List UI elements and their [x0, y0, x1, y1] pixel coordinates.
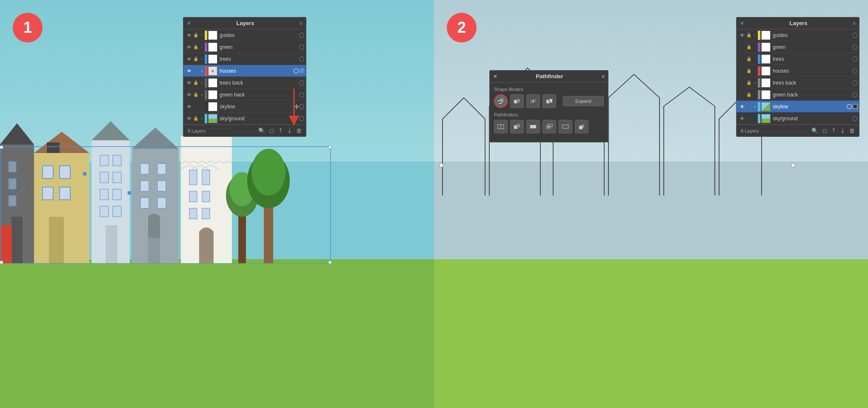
lock-icon-guides[interactable]: 🔒: [193, 32, 199, 38]
r-expand-trees[interactable]: [752, 56, 758, 62]
r-expand-sky-ground[interactable]: [752, 116, 758, 122]
target-trees[interactable]: [299, 57, 304, 62]
eye-icon-houses[interactable]: 👁: [185, 67, 193, 75]
layer-green[interactable]: 👁 🔒 › green: [183, 41, 306, 53]
r-eye-green[interactable]: [738, 43, 746, 51]
expand-houses[interactable]: ›: [199, 68, 205, 74]
delete-icon-left[interactable]: 🗑: [296, 128, 302, 134]
r-lock-guides[interactable]: 🔒: [746, 32, 752, 38]
layer-trees[interactable]: 👁 🔒 › trees: [183, 53, 306, 65]
r-lock-trees-back[interactable]: 🔒: [746, 80, 752, 86]
r-eye-trees-back[interactable]: [738, 79, 746, 87]
r-expand-green-back[interactable]: [752, 92, 758, 98]
layers-panel-left[interactable]: ✕ Layers ≡ 👁 🔒 › guides 👁 🔒 › green 👁 🔒: [183, 17, 306, 137]
eye-icon-sky-ground[interactable]: 👁: [185, 115, 193, 122]
new-layer-icon-left[interactable]: ◻: [269, 128, 274, 134]
layer-trees-back[interactable]: 👁 🔒 › trees back: [183, 77, 306, 89]
r-lock-sky-ground[interactable]: [746, 116, 752, 122]
r-eye-skyline[interactable]: 👁: [738, 103, 746, 110]
layers-menu-left[interactable]: ≡: [300, 20, 303, 26]
drag-target-skyline[interactable]: ✛: [294, 101, 299, 113]
r-lock-trees[interactable]: 🔒: [746, 56, 752, 62]
r-target-skyline[interactable]: [847, 104, 852, 109]
target-green-back[interactable]: [299, 92, 304, 97]
r-target-houses[interactable]: [852, 68, 857, 74]
new-layer-icon-right[interactable]: ◻: [822, 128, 827, 134]
layer-houses[interactable]: 👁 › ▦ houses: [183, 65, 306, 77]
layers-panel-right[interactable]: ✕ Layers ≡ 👁 🔒 › guides 🔒 green 🔒: [736, 17, 859, 137]
move-down-icon-right[interactable]: ⤓: [840, 128, 845, 134]
eye-icon-trees-back[interactable]: 👁: [185, 79, 193, 87]
eye-icon-green-back[interactable]: 👁: [185, 91, 193, 99]
expand-green[interactable]: ›: [199, 44, 205, 50]
expand-sky-ground[interactable]: ›: [199, 116, 205, 122]
move-up-icon-right[interactable]: ⤒: [831, 128, 836, 134]
layers-menu-right[interactable]: ≡: [853, 20, 856, 26]
eye-icon-trees[interactable]: 👁: [185, 55, 193, 63]
search-icon-left[interactable]: 🔍: [258, 128, 265, 134]
r-layer-houses[interactable]: 🔒 houses: [737, 65, 859, 77]
r-eye-green-back[interactable]: [738, 91, 746, 99]
lock-icon-green-back[interactable]: 🔒: [193, 92, 199, 98]
r-expand-skyline[interactable]: ›: [752, 104, 758, 110]
unite-button[interactable]: [494, 94, 508, 108]
close-pathfinder[interactable]: ✕: [493, 74, 497, 79]
move-up-icon[interactable]: ⤒: [278, 128, 283, 134]
trim-button[interactable]: [510, 120, 524, 133]
exclude-button[interactable]: [542, 94, 556, 108]
expand-guides[interactable]: ›: [199, 32, 205, 38]
r-layer-green-back[interactable]: 🔒 green back: [737, 89, 859, 101]
target-sky-ground[interactable]: [299, 116, 304, 121]
r-expand-green[interactable]: [752, 44, 758, 50]
r-layer-trees[interactable]: 🔒 trees: [737, 53, 859, 65]
lock-icon-houses[interactable]: [193, 68, 199, 74]
expand-button[interactable]: Expand: [563, 96, 604, 106]
eye-icon-skyline[interactable]: 👁: [185, 103, 193, 110]
intersect-button[interactable]: [526, 94, 540, 108]
r-lock-houses[interactable]: 🔒: [746, 68, 752, 74]
r-target-green-back[interactable]: [852, 92, 857, 97]
r-expand-trees-back[interactable]: ›: [752, 80, 758, 86]
r-layer-green[interactable]: 🔒 green: [737, 41, 859, 53]
target-skyline[interactable]: [299, 104, 304, 109]
r-layer-trees-back[interactable]: 🔒 › trees back: [737, 77, 859, 89]
pathfinder-menu[interactable]: ≡: [602, 74, 605, 79]
expand-trees[interactable]: ›: [199, 56, 205, 62]
r-lock-green-back[interactable]: 🔒: [746, 92, 752, 98]
pathfinder-panel[interactable]: ✕ Pathfinder ≡ Shape Modes:: [489, 70, 608, 142]
target-green[interactable]: [299, 45, 304, 50]
r-layer-guides[interactable]: 👁 🔒 › guides: [737, 29, 859, 41]
r-target-trees[interactable]: [852, 57, 857, 62]
expand-green-back[interactable]: ›: [199, 92, 205, 98]
move-down-icon[interactable]: ⤓: [287, 128, 292, 134]
search-icon-right[interactable]: 🔍: [811, 128, 818, 134]
merge-button[interactable]: [526, 120, 540, 133]
target-houses[interactable]: [294, 68, 299, 74]
expand-skyline[interactable]: [199, 104, 205, 110]
crop-button[interactable]: [542, 120, 556, 133]
expand-trees-back[interactable]: ›: [199, 80, 205, 86]
r-expand-houses[interactable]: [752, 68, 758, 74]
r-lock-skyline[interactable]: [746, 104, 752, 110]
r-layer-sky-ground[interactable]: 👁 sky/ground: [737, 113, 859, 125]
delete-icon-right[interactable]: 🗑: [849, 128, 855, 134]
eye-icon-guides[interactable]: 👁: [185, 31, 193, 39]
eye-icon-green[interactable]: 👁: [185, 43, 193, 51]
target-trees-back[interactable]: [299, 80, 304, 85]
lock-icon-trees-back[interactable]: 🔒: [193, 80, 199, 86]
r-eye-trees[interactable]: [738, 55, 746, 63]
r-target-guides[interactable]: [852, 33, 857, 38]
layer-sky-ground[interactable]: 👁 🔒 › sky/ground: [183, 113, 306, 125]
r-eye-houses[interactable]: [738, 67, 746, 75]
outline-button[interactable]: [559, 120, 572, 133]
r-target-sky-ground[interactable]: [852, 116, 857, 121]
r-layer-skyline[interactable]: 👁 › skyline: [737, 101, 859, 113]
r-expand-guides[interactable]: ›: [752, 32, 758, 38]
r-eye-guides[interactable]: 👁: [738, 31, 746, 39]
lock-icon-skyline[interactable]: [193, 104, 199, 110]
minus-back-button[interactable]: [575, 120, 588, 133]
r-eye-sky-ground[interactable]: 👁: [738, 115, 746, 122]
layer-skyline[interactable]: 👁 skyline ✛: [183, 101, 306, 113]
lock-icon-sky-ground[interactable]: 🔒: [193, 116, 199, 122]
lock-icon-trees[interactable]: 🔒: [193, 56, 199, 62]
